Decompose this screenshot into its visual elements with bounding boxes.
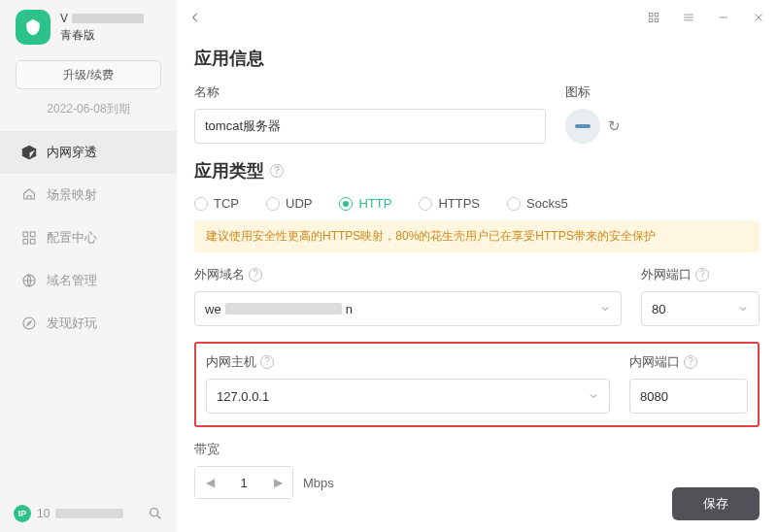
nav-domain[interactable]: 域名管理: [0, 259, 177, 302]
bandwidth-unit: Mbps: [303, 476, 334, 490]
stepper-inc[interactable]: ▶: [263, 467, 292, 498]
help-icon[interactable]: ?: [695, 268, 709, 282]
radio-tcp[interactable]: TCP: [194, 196, 239, 211]
chevron-down-icon: [599, 303, 611, 315]
reload-icon[interactable]: ↻: [608, 117, 621, 135]
username-line: V: [60, 12, 144, 25]
name-input[interactable]: [194, 109, 546, 144]
search-icon[interactable]: [148, 506, 163, 521]
sidebar: V 青春版 升级/续费 2022-06-08到期 内网穿透 场景映射 配置中心: [0, 0, 177, 532]
ext-domain-label: 外网域名 ?: [194, 266, 622, 283]
domain-mask: [225, 303, 342, 315]
stepper-dec[interactable]: ◀: [195, 467, 224, 498]
section-app-info: 应用信息: [194, 47, 760, 70]
bandwidth-label: 带宽: [194, 441, 760, 458]
grid-icon: [21, 230, 37, 246]
apps-icon[interactable]: [647, 11, 660, 24]
nav-config[interactable]: 配置中心: [0, 216, 177, 259]
svg-rect-3: [30, 239, 35, 244]
help-icon[interactable]: ?: [260, 355, 274, 369]
icon-label: 图标: [565, 83, 760, 101]
radio-udp[interactable]: UDP: [266, 196, 312, 211]
int-port-label: 内网端口 ?: [629, 353, 748, 371]
protocol-radios: TCP UDP HTTP HTTPS Socks5: [194, 196, 760, 211]
close-icon[interactable]: [752, 11, 765, 24]
ext-domain-select[interactable]: we n: [194, 291, 622, 326]
sidebar-nav: 内网穿透 场景映射 配置中心 域名管理 发现好玩: [0, 131, 177, 345]
svg-rect-8: [655, 13, 659, 17]
ip-mask: [55, 509, 123, 518]
chevron-down-icon: [737, 303, 749, 315]
upgrade-button[interactable]: 升级/续费: [16, 60, 161, 89]
nav-item-label: 域名管理: [47, 272, 97, 289]
int-port-field[interactable]: [640, 389, 737, 404]
nav-tunnel[interactable]: 内网穿透: [0, 131, 177, 174]
back-icon[interactable]: [188, 11, 202, 24]
content: 应用信息 名称 图标 ↻ 应用类型 ?: [177, 35, 777, 532]
help-icon[interactable]: ?: [684, 355, 697, 369]
chevron-down-icon: [588, 390, 599, 402]
help-icon[interactable]: ?: [270, 164, 284, 178]
minimize-icon[interactable]: [717, 11, 730, 24]
help-icon[interactable]: ?: [249, 268, 262, 282]
svg-rect-1: [30, 232, 35, 237]
scene-icon: [21, 187, 37, 203]
avatar: [16, 10, 51, 45]
bandwidth-value: 1: [224, 476, 263, 490]
svg-rect-9: [649, 18, 653, 22]
radio-https[interactable]: HTTPS: [419, 196, 480, 211]
expire-text: 2022-06-08到期: [0, 101, 177, 117]
int-port-input[interactable]: [629, 379, 748, 414]
section-app-type: 应用类型 ?: [194, 159, 760, 183]
radio-socks5[interactable]: Socks5: [507, 196, 568, 211]
edition-label: 青春版: [60, 27, 144, 44]
svg-rect-10: [655, 18, 659, 22]
sidebar-footer: IP 10: [0, 495, 177, 532]
name-input-field[interactable]: [205, 119, 535, 134]
menu-icon[interactable]: [682, 11, 695, 24]
https-banner: 建议使用安全性更高的HTTPS映射，80%的花生壳用户已在享受HTTPS带来的安…: [194, 220, 760, 252]
nav-discover[interactable]: 发现好玩: [0, 302, 177, 345]
bandwidth-stepper[interactable]: ◀ 1 ▶: [194, 466, 293, 499]
radio-http[interactable]: HTTP: [339, 196, 391, 211]
name-label: 名称: [194, 83, 546, 101]
username-first-char: V: [60, 12, 68, 25]
compass-icon: [21, 316, 37, 331]
ext-port-label: 外网端口 ?: [641, 266, 760, 283]
ip-badge: IP: [14, 505, 31, 522]
ip-prefix: 10: [37, 507, 50, 520]
nav-item-label: 发现好玩: [47, 315, 97, 332]
app-icon[interactable]: [565, 109, 600, 144]
nav-item-label: 内网穿透: [47, 144, 97, 161]
nav-item-label: 场景映射: [47, 186, 97, 204]
ext-port-select[interactable]: 80: [641, 291, 760, 326]
save-button[interactable]: 保存: [672, 487, 760, 520]
main: 应用信息 名称 图标 ↻ 应用类型 ?: [177, 0, 777, 532]
nav-scene[interactable]: 场景映射: [0, 174, 177, 216]
cube-icon: [21, 145, 37, 160]
username-mask: [72, 14, 144, 23]
int-host-select[interactable]: 127.0.0.1: [206, 379, 610, 414]
svg-rect-0: [23, 232, 28, 237]
globe-icon: [21, 273, 37, 288]
titlebar: [177, 0, 777, 35]
svg-point-6: [151, 509, 158, 516]
internal-host-highlight: 内网主机 ? 127.0.0.1 内网端口 ?: [194, 342, 760, 427]
svg-rect-7: [649, 13, 653, 17]
int-host-label: 内网主机 ?: [206, 353, 610, 371]
nav-item-label: 配置中心: [47, 229, 97, 247]
svg-rect-2: [23, 239, 28, 244]
svg-point-5: [23, 317, 35, 329]
profile-block: V 青春版: [0, 0, 177, 50]
